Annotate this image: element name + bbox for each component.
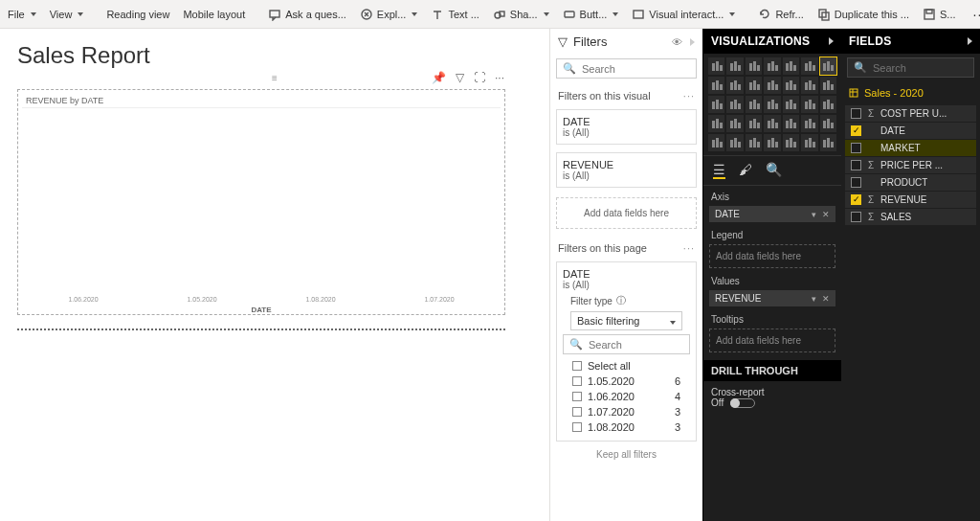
chevron-down-icon[interactable]: ▾ [812, 294, 816, 304]
filter-value-row[interactable]: 1.08.20203 [563, 419, 690, 435]
viz-type-stacked-column-100[interactable] [801, 57, 817, 75]
checkbox-icon[interactable] [851, 108, 861, 119]
filter-values-search-input[interactable] [589, 339, 683, 351]
ribbon-explore[interactable]: Expl... [358, 4, 420, 25]
tab-fields-icon[interactable]: ☰ [713, 162, 725, 179]
field-row-sales[interactable]: ΣSALES [845, 209, 976, 225]
viz-type-table[interactable] [801, 115, 817, 132]
ribbon-visual-interactions[interactable]: Visual interact... [630, 4, 737, 25]
pill-values-revenue[interactable]: REVENUE▾✕ [709, 290, 835, 306]
viz-type-pie[interactable] [726, 96, 743, 113]
collapse-icon[interactable] [968, 34, 972, 48]
ribbon-reading-view[interactable]: Reading view [104, 5, 171, 24]
viz-type-card[interactable] [726, 115, 743, 132]
viz-type-python[interactable] [726, 134, 743, 151]
pin-icon[interactable]: 📌 [432, 71, 446, 84]
ribbon-shapes[interactable]: Sha... [491, 4, 551, 25]
viz-type-key-influencers[interactable] [746, 134, 762, 151]
checkbox-icon[interactable] [851, 125, 861, 136]
viz-type-arcgis[interactable] [820, 134, 836, 151]
checkbox-icon[interactable] [851, 177, 861, 188]
viz-type-donut[interactable] [746, 96, 762, 113]
filters-search[interactable]: 🔍 [556, 58, 697, 79]
field-row-cost-per-u-[interactable]: ΣCOST PER U... [845, 105, 976, 122]
sec-visual-more-icon[interactable]: ··· [683, 90, 695, 102]
ribbon-buttons[interactable]: Butt... [561, 4, 621, 25]
filter-value-row[interactable]: 1.07.20203 [563, 404, 690, 419]
viz-type-qna[interactable] [783, 134, 799, 151]
legend-drop[interactable]: Add data fields here [709, 244, 835, 268]
report-canvas[interactable]: Sales Report ≡ 📌 ▽ ⛶ ··· REVENUE by DATE… [0, 29, 549, 521]
ribbon-refresh[interactable]: Refr... [756, 4, 805, 25]
field-row-date[interactable]: DATE [845, 123, 976, 139]
pill-axis-date[interactable]: DATE▾✕ [709, 206, 835, 222]
viz-type-stacked-area[interactable] [746, 77, 762, 94]
collapse-icon[interactable] [690, 36, 695, 48]
ribbon-text-box[interactable]: Text ... [429, 4, 480, 25]
viz-type-area[interactable] [726, 77, 743, 94]
ribbon-ask-question[interactable]: Ask a ques... [266, 4, 348, 25]
filter-type-select[interactable]: Basic filtering [570, 311, 682, 330]
ribbon-mobile-layout[interactable]: Mobile layout [181, 5, 247, 24]
viz-type-shape-map[interactable] [708, 115, 724, 132]
ribbon-overflow-icon[interactable]: ··· [968, 7, 980, 22]
viz-type-funnel[interactable] [708, 96, 724, 113]
viz-type-matrix[interactable] [820, 115, 836, 132]
viz-type-gauge[interactable] [783, 96, 799, 113]
filter-value-row[interactable]: 1.05.20206 [563, 374, 690, 389]
tab-analytics-icon[interactable]: 🔍 [766, 162, 782, 179]
field-row-product[interactable]: PRODUCT [845, 174, 976, 191]
visual-resize-line[interactable] [17, 328, 505, 330]
eye-icon[interactable]: 👁 [672, 36, 682, 48]
viz-type-paginated[interactable] [801, 134, 817, 151]
filter-card-page-date[interactable]: DATE is (All) Filter typeⓘ Basic filteri… [556, 261, 697, 442]
viz-type-clustered-bar[interactable] [726, 57, 743, 75]
fields-search[interactable]: 🔍 [847, 57, 974, 78]
viz-type-stacked-bar[interactable] [708, 57, 724, 75]
viz-type-line-column[interactable] [764, 77, 780, 94]
viz-type-waterfall[interactable] [801, 77, 817, 94]
field-row-market[interactable]: MARKET [845, 140, 976, 156]
viz-type-clustered-column[interactable] [783, 57, 799, 75]
viz-type-filled-map[interactable] [820, 96, 836, 113]
viz-type-treemap[interactable] [764, 96, 780, 113]
ribbon-file[interactable]: File [6, 5, 38, 24]
tooltips-drop[interactable]: Add data fields here [709, 328, 835, 352]
checkbox-icon[interactable] [851, 160, 861, 170]
checkbox-icon[interactable] [851, 194, 861, 205]
ribbon-view[interactable]: View [48, 5, 86, 24]
filter-icon[interactable]: ▽ [456, 71, 464, 84]
filters-drop-area[interactable]: Add data fields here [556, 197, 697, 229]
fields-search-input[interactable] [873, 62, 968, 74]
viz-type-r[interactable] [708, 134, 724, 151]
viz-type-kpi[interactable] [764, 115, 780, 132]
tab-format-icon[interactable]: 🖌 [739, 162, 752, 179]
field-row-revenue[interactable]: ΣREVENUE [845, 192, 976, 208]
field-row-price-per-[interactable]: ΣPRICE PER ... [845, 157, 976, 173]
more-icon[interactable]: ··· [495, 71, 504, 84]
viz-type-column[interactable] [820, 57, 836, 75]
ribbon-duplicate[interactable]: Duplicate this ... [815, 4, 911, 25]
viz-type-scatter[interactable] [820, 77, 836, 94]
filters-search-input[interactable] [582, 63, 690, 75]
filter-values-search[interactable]: 🔍 [563, 334, 690, 354]
bar-chart-visual[interactable]: 📌 ▽ ⛶ ··· REVENUE by DATE 1.06.20201.05.… [17, 89, 505, 315]
sec-page-more-icon[interactable]: ··· [683, 242, 695, 254]
viz-type-ribbon[interactable] [783, 77, 799, 94]
fields-table[interactable]: Sales - 2020 [841, 81, 980, 104]
viz-type-slicer[interactable] [783, 115, 799, 132]
filter-card-revenue[interactable]: REVENUE is (All) [556, 152, 697, 188]
viz-type-decomposition[interactable] [764, 134, 780, 151]
chevron-down-icon[interactable]: ▾ [812, 210, 816, 219]
filter-card-date[interactable]: DATE is (All) [556, 109, 697, 145]
viz-type-multi-card[interactable] [746, 115, 762, 132]
viz-type-stacked-column[interactable] [764, 57, 780, 75]
focus-icon[interactable]: ⛶ [474, 71, 485, 84]
cross-report-toggle[interactable] [730, 398, 755, 408]
collapse-icon[interactable] [829, 34, 834, 48]
remove-icon[interactable]: ✕ [822, 294, 830, 304]
checkbox-icon[interactable] [851, 143, 861, 153]
viz-type-map[interactable] [801, 96, 817, 113]
info-icon[interactable]: ⓘ [616, 294, 626, 307]
remove-icon[interactable]: ✕ [822, 210, 830, 219]
